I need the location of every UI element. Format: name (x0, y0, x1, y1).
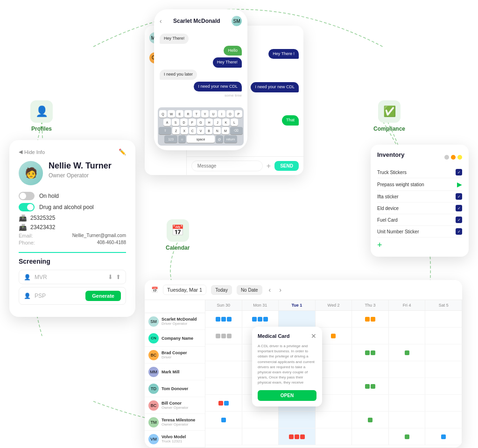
key-b[interactable]: B (205, 127, 213, 134)
profile-label: Profiles (31, 126, 52, 132)
person-row-3: BC Brad Cooper Driver (145, 347, 205, 364)
dot (365, 384, 370, 389)
key-p[interactable]: P (235, 110, 242, 118)
day-header-6: Sat 5 (425, 300, 462, 310)
phone-value: 408-460-4188 (97, 240, 126, 245)
key-g[interactable]: G (197, 119, 204, 126)
key-o[interactable]: O (226, 110, 234, 118)
person-name-6: Bill Conor (162, 401, 201, 406)
dot (224, 401, 229, 406)
plus-icon[interactable]: + (267, 162, 271, 170)
upload-icon[interactable]: ⬆ (116, 273, 121, 280)
key-c[interactable]: C (189, 127, 197, 134)
phone-row: Phone: 408-460-4188 (19, 240, 126, 245)
check-5[interactable]: ✓ (456, 217, 462, 223)
dot (368, 418, 373, 422)
key-e[interactable]: E (176, 110, 183, 118)
key-z[interactable]: Z (172, 127, 180, 134)
dot (405, 350, 409, 355)
email-row: Email: Nellie_Turner@gmail.com (19, 233, 126, 238)
cal-row-7 (205, 412, 462, 428)
person-info-5: Tom Donover (162, 386, 201, 391)
key-y[interactable]: Y (201, 110, 209, 118)
key-q[interactable]: Q (159, 110, 167, 118)
cell-7-1 (242, 412, 279, 428)
day-header-3: Wed 2 (316, 300, 352, 310)
cell-8-6 (425, 428, 462, 445)
key-a[interactable]: A (163, 119, 171, 126)
add-inventory-button[interactable]: + (377, 240, 462, 250)
cal-date-selector[interactable]: Tuesday, Mar 1 (163, 285, 206, 295)
cal-next-button[interactable]: › (277, 286, 283, 294)
cal-prev-button[interactable]: ‹ (267, 286, 273, 294)
cell-8-0 (205, 428, 242, 445)
download-icon[interactable]: ⬇ (108, 273, 113, 280)
input-bar: + SEND (187, 156, 303, 175)
key-s[interactable]: S (172, 119, 179, 126)
check-1[interactable]: ✓ (456, 169, 462, 175)
key-emoji[interactable]: ☺ (178, 135, 186, 143)
inventory-item-6: Unit Number Sticker ✓ (377, 226, 462, 238)
cal-row-8 (205, 428, 462, 445)
key-h[interactable]: H (205, 119, 213, 126)
key-at[interactable]: @ (216, 135, 223, 143)
back-icon[interactable]: ‹ (160, 17, 162, 25)
keyboard-row-4: 123 ☺ space @ return (159, 135, 243, 143)
key-m[interactable]: M (222, 127, 229, 134)
key-d[interactable]: D (180, 119, 188, 126)
key-space[interactable]: space (187, 135, 215, 143)
drug-pool-toggle[interactable] (19, 203, 35, 211)
item-name-2: Prepass weight station (377, 182, 424, 187)
item-name-6: Unit Number Sticker (377, 229, 419, 234)
person-row-1: SM Scarlet McDonald Driver Operator (145, 313, 205, 330)
days-area: Sun 30 Mon 31 Tue 1 Wed 2 Thu 3 Fri 4 Sa… (205, 300, 462, 448)
key-t[interactable]: T (193, 110, 200, 118)
phone-msg-1: Hey There! (160, 34, 242, 44)
arrow-icon[interactable]: ▶ (457, 181, 462, 188)
key-v[interactable]: V (197, 127, 204, 134)
open-button[interactable]: OPEN (258, 390, 316, 401)
cell-6-5 (389, 395, 426, 411)
cell-3-6 (425, 344, 462, 361)
check-6[interactable]: ✓ (456, 228, 462, 235)
key-w[interactable]: W (168, 110, 175, 118)
edit-icon[interactable]: ✏️ (119, 148, 126, 155)
key-return[interactable]: return (224, 135, 237, 143)
dot (371, 350, 375, 355)
cell-5-5 (389, 378, 426, 394)
compliance-icon: ✅ (378, 100, 401, 123)
key-x[interactable]: X (181, 127, 188, 134)
key-delete[interactable]: ⌫ (230, 127, 243, 134)
key-l[interactable]: L (231, 119, 238, 126)
phone2-row: 📠 23423432 (19, 224, 126, 231)
key-n[interactable]: N (213, 127, 221, 134)
close-button[interactable]: ✕ (311, 332, 316, 340)
key-u[interactable]: U (210, 110, 217, 118)
key-r[interactable]: R (184, 110, 192, 118)
hide-info-btn[interactable]: ◀ Hide Info (19, 149, 45, 155)
cal-today-button[interactable]: Today (211, 285, 232, 295)
calendar-icon: 📅 (167, 219, 189, 242)
on-hold-toggle[interactable] (19, 192, 35, 200)
send-button[interactable]: SEND (274, 161, 299, 171)
dot (216, 317, 220, 322)
key-123[interactable]: 123 (164, 135, 177, 143)
cal-nodate-button[interactable]: No Date (237, 285, 262, 295)
psp-row: 👤 PSP Generate (19, 287, 126, 305)
key-f[interactable]: F (189, 119, 196, 126)
cell-7-2 (279, 412, 316, 428)
msg-time: some time (160, 93, 242, 98)
key-k[interactable]: K (222, 119, 230, 126)
check-4[interactable]: ✓ (456, 205, 462, 211)
person-info-7: Teresa Milestone Owner Operator (162, 418, 201, 427)
generate-button[interactable]: Generate (85, 291, 121, 301)
dot (331, 334, 336, 338)
cal-row-4 (205, 361, 462, 378)
inventory-item-2: Prepass weight station ▶ (377, 178, 462, 191)
person-row-8: VM Volvo Model Truck 12321 (145, 431, 205, 448)
message-input[interactable] (191, 161, 263, 171)
key-j[interactable]: J (214, 119, 221, 126)
key-shift[interactable]: ⇧ (159, 127, 171, 134)
check-3[interactable]: ✓ (456, 193, 462, 200)
key-i[interactable]: I (218, 110, 225, 118)
